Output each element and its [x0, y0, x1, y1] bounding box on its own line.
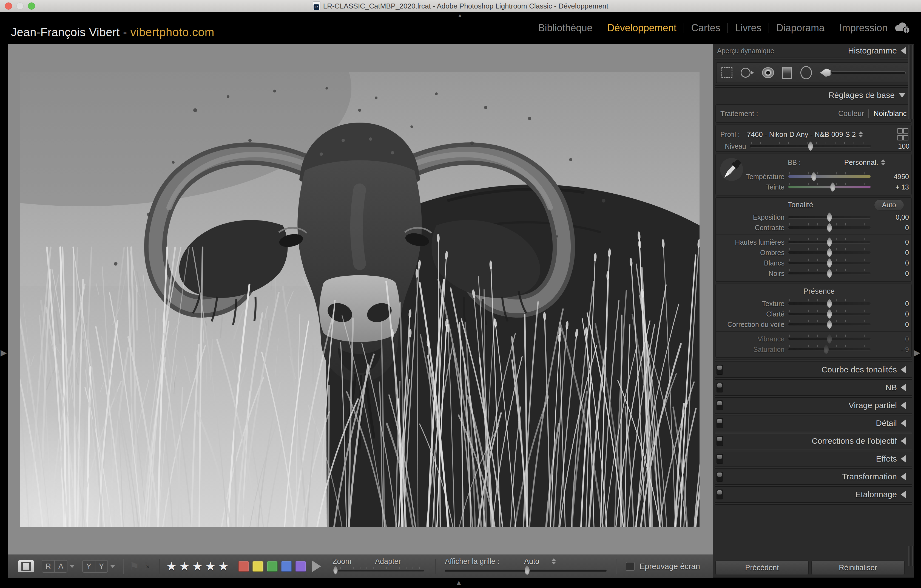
module-tab-impression[interactable]: Impression [839, 22, 888, 34]
slider-track-area[interactable] [750, 142, 871, 151]
color-label-swatch[interactable] [238, 561, 249, 572]
module-tab-cartes[interactable]: Cartes [691, 22, 720, 34]
profile-browser-grid-icon[interactable] [897, 129, 907, 140]
panel-header-etalonnage[interactable]: Etalonnage [713, 487, 914, 502]
white-balance-eyedropper-icon[interactable] [720, 157, 744, 184]
slider-track-area[interactable] [788, 238, 871, 247]
profile-spinner-icon[interactable] [859, 131, 863, 137]
minimize-window-button[interactable] [16, 2, 24, 10]
compare-view-toggle[interactable]: YY [82, 560, 108, 573]
slider-value[interactable]: 4950 [871, 173, 911, 181]
basic-panel-expand-arrow-icon[interactable] [898, 93, 906, 98]
graduated-filter-icon[interactable] [782, 67, 792, 79]
wb-value[interactable]: Personnal. [844, 158, 878, 167]
zoom-slider[interactable] [332, 566, 426, 576]
play-slideshow-icon[interactable] [312, 560, 321, 572]
crop-icon[interactable] [721, 67, 732, 78]
close-window-button[interactable] [5, 2, 12, 10]
slider-value[interactable]: + 13 [871, 183, 911, 191]
panel-header-nb[interactable]: NB [713, 380, 914, 395]
slider-value[interactable]: 0 [871, 249, 911, 257]
filmstrip-collapse-arrow-icon[interactable]: ▲ [456, 579, 462, 586]
panel-header-virage-partiel[interactable]: Virage partiel [713, 397, 914, 413]
panel-header-effets[interactable]: Effets [713, 451, 914, 466]
panel-enable-toggle[interactable] [716, 401, 723, 410]
panel-scrollbar[interactable] [908, 45, 914, 119]
panel-enable-toggle[interactable] [716, 383, 723, 393]
panel-enable-toggle[interactable] [716, 418, 723, 428]
panel-header-transformation[interactable]: Transformation [713, 469, 914, 484]
slider-track-area[interactable] [788, 309, 871, 319]
identity-plate[interactable]: Jean-François Vibert - vibertphoto.com [11, 26, 214, 39]
radial-filter-icon[interactable] [801, 66, 812, 79]
grid-value[interactable]: Auto [524, 557, 539, 566]
zoom-window-button[interactable] [28, 2, 35, 10]
slider-track-area[interactable] [788, 172, 871, 181]
slider-track-area[interactable] [788, 269, 871, 278]
panel-header-detail[interactable]: Détail [713, 415, 914, 431]
fit-label[interactable]: Adapter [375, 557, 401, 566]
panel-collapse-arrow-icon[interactable] [901, 491, 906, 498]
module-tab-developpement[interactable]: Développement [607, 22, 677, 34]
slider-value[interactable]: - 9 [871, 345, 911, 353]
module-tab-livres[interactable]: Livres [735, 22, 762, 34]
panel-scrollbar[interactable] [908, 546, 914, 566]
slider-track-area[interactable] [788, 248, 871, 257]
slider-track-area[interactable] [788, 345, 871, 354]
slider-track-area[interactable] [788, 334, 871, 344]
treatment-option-color[interactable]: Couleur [838, 109, 864, 118]
panel-collapse-arrow-icon[interactable] [901, 366, 906, 373]
photo-canvas-buffalo[interactable] [20, 72, 700, 527]
slider-value[interactable]: 0 [871, 321, 911, 329]
red-eye-icon[interactable] [762, 67, 774, 78]
slider-value[interactable]: 0 [871, 270, 911, 277]
zoom-label[interactable]: Zoom [332, 557, 351, 566]
brush-icon[interactable] [820, 68, 906, 77]
slider-track-area[interactable] [788, 258, 871, 268]
slider-value[interactable]: 0 [871, 335, 911, 343]
before-after-toggle[interactable]: RA [42, 560, 67, 573]
panel-enable-toggle[interactable] [716, 490, 723, 499]
slider-track-area[interactable] [788, 182, 871, 192]
slider-track-area[interactable] [788, 320, 871, 329]
grid-size-slider[interactable] [445, 566, 609, 576]
auto-tone-button[interactable]: Auto [874, 199, 904, 211]
star-rating[interactable]: ★★★★★ [166, 560, 231, 572]
slider-track-area[interactable] [788, 213, 871, 222]
treatment-option-bw[interactable]: Noir/blanc [873, 109, 907, 118]
top-panel-collapse-arrow-icon[interactable]: ▲ [457, 13, 463, 18]
histogram-collapse-arrow-icon[interactable] [901, 47, 906, 54]
panel-header-corrections-de-lobjectif[interactable]: Corrections de l'objectif [713, 433, 914, 449]
panel-collapse-arrow-icon[interactable] [901, 420, 906, 427]
panel-enable-toggle[interactable] [716, 454, 723, 464]
color-label-swatch[interactable] [267, 561, 278, 572]
wb-spinner-icon[interactable] [881, 160, 885, 165]
panel-collapse-arrow-icon[interactable] [901, 455, 906, 463]
slider-value[interactable]: 0 [871, 300, 911, 308]
compare-view-dropdown-icon[interactable] [110, 565, 115, 568]
sync-status[interactable]: ! [894, 21, 911, 35]
panel-collapse-arrow-icon[interactable] [901, 437, 906, 445]
panel-header-courbe-des-tonalites[interactable]: Courbe des tonalités [713, 362, 914, 377]
pick-flag-icon[interactable]: ⚑ [129, 561, 139, 572]
heal-icon[interactable] [740, 68, 754, 78]
module-tab-bibliotheque[interactable]: Bibliothèque [538, 22, 592, 34]
panel-collapse-arrow-icon[interactable] [901, 402, 906, 409]
color-label-swatch[interactable] [295, 561, 306, 572]
profile-value[interactable]: 7460 - Nikon D Any - N&B 009 S 2 [747, 130, 856, 139]
reset-button[interactable]: Réinitialiser [811, 560, 905, 575]
soft-proof-checkbox[interactable] [626, 562, 635, 571]
before-after-dropdown-icon[interactable] [70, 565, 75, 568]
basic-panel-title[interactable]: Réglages de base [828, 91, 895, 100]
module-tab-diaporama[interactable]: Diaporama [776, 22, 825, 34]
reject-flag-icon[interactable]: ⚑✕ [143, 561, 153, 572]
panel-collapse-arrow-icon[interactable] [901, 473, 906, 480]
right-panel-collapse-arrow-icon[interactable]: ▶ [914, 348, 920, 357]
slider-value[interactable]: 0 [871, 224, 911, 232]
panel-enable-toggle[interactable] [716, 365, 723, 375]
previous-button[interactable]: Précédent [715, 560, 809, 575]
slider-value[interactable]: 100 [871, 142, 911, 150]
panel-enable-toggle[interactable] [716, 472, 723, 482]
left-panel-collapse-arrow-icon[interactable]: ▶ [0, 348, 7, 357]
slider-value[interactable]: 0,00 [871, 213, 911, 222]
